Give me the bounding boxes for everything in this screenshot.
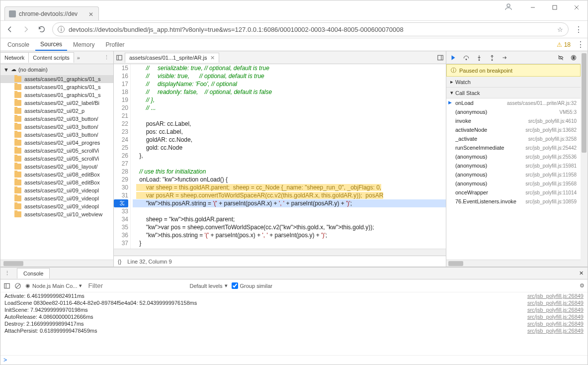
- file-tree-item[interactable]: assets/cases/01_graphics/01_s: [0, 91, 113, 99]
- stack-frame[interactable]: onceWrappersrc/jsb_polyfill.js:11014: [446, 188, 581, 197]
- braces-icon[interactable]: {}: [118, 259, 121, 265]
- line-number[interactable]: 16: [114, 72, 128, 80]
- watch-section[interactable]: ▸Watch: [446, 77, 581, 88]
- back-button[interactable]: [4, 24, 15, 35]
- code-line[interactable]: "kw">var pos = sheep.convertToWorldSpace…: [133, 223, 446, 231]
- file-tree-item[interactable]: assets/cases/02_ui/09_videopl: [0, 202, 113, 210]
- stack-frame[interactable]: onLoadassets/cases/01...prite/AR.js:32: [446, 98, 581, 107]
- stack-frame[interactable]: _activatesrc/jsb_polyfill.js:3258: [446, 134, 581, 143]
- navigator-more-icon[interactable]: »: [74, 55, 83, 61]
- editor-hscrollbar[interactable]: [114, 249, 446, 256]
- context-selector[interactable]: ◉ Node.js Main Co... ▾: [25, 282, 82, 289]
- line-number[interactable]: 15: [114, 64, 128, 72]
- line-number[interactable]: 33: [114, 207, 128, 215]
- toggle-navigator-icon[interactable]: [116, 54, 123, 61]
- console-row[interactable]: LoadScene 0830ee82-0116-48c4-82e0-89784f…: [0, 299, 588, 306]
- deactivate-breakpoints-icon[interactable]: [556, 53, 566, 63]
- site-info-icon[interactable]: i: [58, 26, 65, 33]
- line-number[interactable]: 29: [114, 176, 128, 183]
- step-over-icon[interactable]: [461, 53, 471, 63]
- resume-icon[interactable]: [448, 53, 458, 63]
- line-number[interactable]: 17: [114, 80, 128, 88]
- stack-frame[interactable]: (anonymous)src/jsb_polyfill.js:25536: [446, 152, 581, 161]
- clear-console-icon[interactable]: [14, 282, 21, 289]
- code-editor[interactable]: // serializable: true, // optional, defa…: [131, 64, 446, 249]
- code-line[interactable]: // use this for initialization: [133, 168, 446, 176]
- file-tree-item[interactable]: assets/cases/01_graphics/01_s: [0, 83, 113, 91]
- code-line[interactable]: posAR: cc.Label,: [133, 120, 446, 128]
- tab-sources[interactable]: Sources: [35, 39, 67, 51]
- call-stack-list[interactable]: onLoadassets/cases/01...prite/AR.js:32(a…: [446, 98, 581, 260]
- code-line[interactable]: onLoad: "kw">function onLoad() {: [133, 176, 446, 183]
- code-line[interactable]: // readonly: false, // optional, default…: [133, 88, 446, 96]
- line-number[interactable]: 18: [114, 88, 128, 96]
- code-line[interactable]: // ...: [133, 104, 446, 112]
- line-number[interactable]: 23: [114, 128, 128, 136]
- console-source-link[interactable]: src/jsb_polyfill.js:26849: [527, 314, 584, 320]
- editor-file-tab[interactable]: assets/cases/01...1_sprite/AR.js ✕: [125, 53, 219, 63]
- line-number[interactable]: 30: [114, 183, 128, 191]
- tab-console[interactable]: Console: [2, 39, 34, 50]
- code-line[interactable]: goldAR: cc.Node,: [133, 136, 446, 144]
- file-tree-item[interactable]: assets/cases/02_ui/02_p: [0, 107, 113, 115]
- code-line[interactable]: [133, 160, 446, 168]
- file-tree-item[interactable]: assets/cases/02_ui/08_editBox: [0, 179, 113, 186]
- console-prompt[interactable]: >: [0, 355, 588, 365]
- line-number[interactable]: 32: [114, 199, 128, 207]
- file-tree-item[interactable]: assets/cases/02_ui/06_layout/: [0, 163, 113, 171]
- file-tree-item[interactable]: assets/cases/02_ui/08_editBox: [0, 171, 113, 179]
- browser-tab[interactable]: chrome-devtools://dev ✕: [4, 6, 99, 20]
- minimize-button[interactable]: [522, 0, 544, 14]
- line-number[interactable]: 24: [114, 136, 128, 144]
- navigator-menu-icon[interactable]: ⋮: [100, 54, 113, 61]
- navigator-tab-network[interactable]: Network: [0, 52, 29, 63]
- console-row[interactable]: AutoRelease: 4.08600000012666mssrc/jsb_p…: [0, 313, 588, 320]
- code-line[interactable]: [133, 207, 446, 215]
- stack-frame[interactable]: (anonymous)src/jsb_polyfill.js:15981: [446, 161, 581, 170]
- console-row[interactable]: Destroy: 2.166999999899417mssrc/jsb_poly…: [0, 320, 588, 327]
- maximize-button[interactable]: [544, 0, 566, 14]
- line-number[interactable]: 28: [114, 168, 128, 176]
- step-out-icon[interactable]: [487, 53, 497, 63]
- step-into-icon[interactable]: [474, 53, 484, 63]
- toggle-sidebar-icon[interactable]: [3, 282, 10, 289]
- code-line[interactable]: // serializable: true, // optional, defa…: [133, 64, 446, 72]
- line-number[interactable]: 26: [114, 152, 128, 160]
- file-tree-item[interactable]: assets/cases/02_ui/10_webview: [0, 210, 113, 218]
- code-line[interactable]: [133, 112, 446, 120]
- console-row[interactable]: InitScene: 7.942999999970198mssrc/jsb_po…: [0, 306, 588, 313]
- stack-frame[interactable]: activateNodesrc/jsb_polyfill.js:13682: [446, 125, 581, 134]
- line-number[interactable]: 27: [114, 160, 128, 168]
- stack-frame[interactable]: (anonymous)src/jsb_polyfill.js:11958: [446, 170, 581, 179]
- code-line[interactable]: gold: cc.Node: [133, 144, 446, 152]
- stack-frame[interactable]: invokesrc/jsb_polyfill.js:4610: [446, 116, 581, 125]
- navigator-hscrollbar[interactable]: [0, 260, 113, 267]
- stack-frame[interactable]: (anonymous)src/jsb_polyfill.js:19568: [446, 179, 581, 188]
- stack-frame[interactable]: (anonymous)VM55:3: [446, 107, 581, 116]
- console-row[interactable]: Activate: 6.461999999824911mssrc/jsb_pol…: [0, 292, 588, 299]
- close-tab-icon[interactable]: ✕: [88, 11, 94, 17]
- console-source-link[interactable]: src/jsb_polyfill.js:26849: [527, 328, 584, 334]
- line-number[interactable]: 37: [114, 239, 128, 247]
- call-stack-section[interactable]: ▾Call Stack: [446, 88, 581, 98]
- console-source-link[interactable]: src/jsb_polyfill.js:26849: [527, 300, 584, 306]
- drawer-menu-icon[interactable]: ⋮: [0, 270, 14, 276]
- code-line[interactable]: var sheep = this.goldAR.parent; sheep = …: [133, 183, 446, 191]
- file-tree-item[interactable]: assets/cases/02_ui/09_videopl: [0, 194, 113, 202]
- bookmark-icon[interactable]: ☆: [557, 26, 563, 33]
- file-tree-item[interactable]: assets/cases/02_ui/05_scrollVi: [0, 147, 113, 155]
- devtools-vscrollbar[interactable]: [581, 51, 588, 267]
- navigator-tab-content-scripts[interactable]: Content scripts: [28, 52, 74, 63]
- console-row[interactable]: AttachPersist: 0.618999999478459mssrc/js…: [0, 327, 588, 334]
- debugger-hscrollbar[interactable]: [446, 260, 581, 267]
- console-source-link[interactable]: src/jsb_polyfill.js:26849: [527, 321, 584, 327]
- code-line[interactable]: // visible: true, // optional, default i…: [133, 72, 446, 80]
- tab-memory[interactable]: Memory: [68, 39, 99, 50]
- stack-frame[interactable]: runSceneImmediatesrc/jsb_polyfill.js:254…: [446, 143, 581, 152]
- file-tree-item[interactable]: assets/cases/02_ui/04_progres: [0, 139, 113, 147]
- file-tree-item[interactable]: assets/cases/01_graphics/01_s: [0, 75, 113, 83]
- profile-icon[interactable]: [504, 2, 513, 11]
- stack-frame[interactable]: 76.EventListeners.invokesrc/jsb_polyfill…: [446, 197, 581, 206]
- file-tree-item[interactable]: assets/cases/02_ui/05_scrollVi: [0, 155, 113, 163]
- code-line[interactable]: "kw">this.posAR.string = '(' + parseInt(…: [133, 199, 446, 207]
